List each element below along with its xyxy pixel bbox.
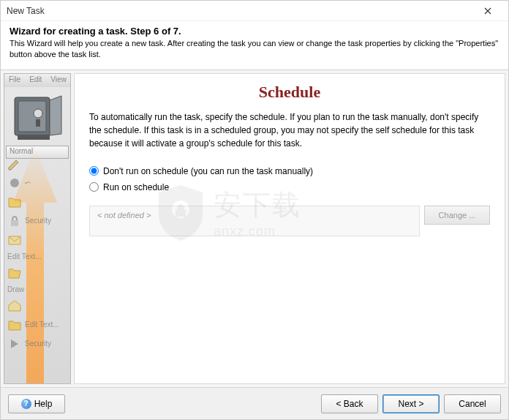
titlebar: New Task (1, 1, 508, 21)
close-icon (484, 7, 491, 15)
tool-icon (7, 176, 22, 190)
wizard-window: New Task Wizard for creating a task. Ste… (0, 0, 509, 420)
schedule-definition-row: < not defined > Change ... (89, 206, 490, 236)
cancel-button[interactable]: Cancel (444, 394, 501, 413)
folder-icon (7, 318, 22, 331)
svg-rect-1 (18, 101, 46, 132)
schedule-radio-group: Don't run on schedule (you can run the t… (89, 163, 490, 195)
folder-icon (7, 195, 22, 209)
safe-icon (12, 91, 64, 144)
page-description: To automatically run the task, specify t… (89, 110, 490, 150)
svg-point-5 (10, 179, 19, 187)
next-button[interactable]: Next > (382, 394, 440, 413)
wizard-footer: ? Help < Back Next > Cancel (1, 387, 508, 419)
folder-open-icon (7, 266, 22, 280)
content-panel: Schedule To automatically run the task, … (74, 73, 505, 384)
radio-run-label: Run on schedule (103, 182, 169, 192)
page-title: Schedule (89, 83, 490, 102)
svg-rect-6 (11, 220, 18, 226)
mail-icon (7, 233, 22, 247)
back-button[interactable]: < Back (321, 394, 378, 413)
change-button: Change ... (424, 206, 490, 225)
lock-icon (7, 214, 22, 228)
pencil-icon (7, 157, 22, 170)
wizard-body: File Edit View Normal ⤺ Security Edit (1, 70, 508, 387)
schedule-text-display: < not defined > (89, 206, 420, 236)
svg-rect-4 (18, 135, 50, 140)
close-button[interactable] (473, 1, 502, 21)
sidebar-fake-menu: File Edit View (4, 74, 70, 87)
wizard-header: Wizard for creating a task. Step 6 of 7.… (1, 21, 508, 70)
radio-dont-run-label: Don't run on schedule (you can run the t… (103, 166, 313, 176)
wizard-title: Wizard for creating a task. Step 6 of 7. (10, 26, 499, 37)
radio-dont-run-input[interactable] (89, 166, 99, 176)
help-button[interactable]: ? Help (8, 394, 65, 413)
radio-dont-run[interactable]: Don't run on schedule (you can run the t… (89, 163, 490, 179)
sidebar-illustration: File Edit View Normal ⤺ Security Edit (4, 73, 71, 384)
help-icon: ? (21, 399, 31, 409)
window-title: New Task (7, 6, 473, 16)
sidebar-fake-toolbar: ⤺ Security Edit Text... Draw Edit Text..… (4, 154, 70, 353)
play-icon (7, 337, 22, 350)
wizard-description: This Wizard will help you create a new t… (10, 38, 499, 61)
radio-run[interactable]: Run on schedule (89, 179, 490, 195)
mail-open-icon (7, 299, 22, 312)
svg-point-2 (34, 109, 42, 118)
svg-rect-3 (36, 119, 40, 127)
radio-run-input[interactable] (89, 182, 99, 192)
